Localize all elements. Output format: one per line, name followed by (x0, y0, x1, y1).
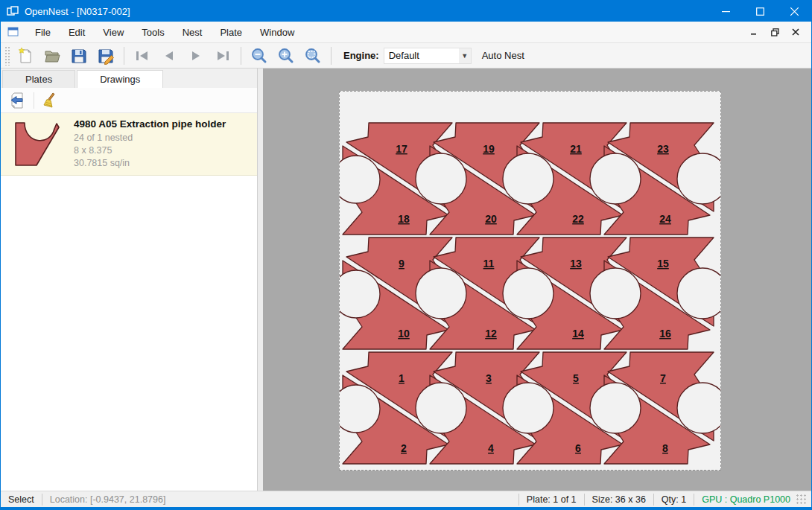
toolbar-separator (331, 47, 332, 65)
toolbar-separator (241, 47, 241, 65)
part-number: 17 (396, 143, 407, 155)
status-separator (518, 494, 519, 506)
status-location: Location: [-0.9437, 21.8796] (50, 494, 166, 505)
part-cutout (677, 153, 721, 204)
maximize-button[interactable] (743, 1, 777, 22)
part-number: 16 (659, 328, 671, 340)
save-button[interactable] (66, 45, 92, 67)
engine-select[interactable]: Default ▼ (384, 48, 472, 64)
drawing-nested-count: 24 of 1 nested (74, 132, 226, 144)
nest-svg: 171921231820222491113151012141613572468 (340, 92, 721, 471)
save-as-button[interactable] (92, 45, 119, 67)
panel-tabs: Plates Drawings (1, 68, 257, 88)
part-number: 3 (486, 372, 492, 384)
main-toolbar: Engine: Default ▼ Auto Nest (1, 43, 811, 68)
new-document-icon (16, 47, 34, 65)
go-next-icon (187, 47, 205, 65)
close-button[interactable] (777, 1, 811, 22)
part-number: 13 (570, 258, 582, 270)
mdi-minimize-icon[interactable] (746, 25, 762, 39)
app-window: OpenNest - [N0317-002] File Edit View To… (0, 0, 812, 510)
part-number: 10 (398, 328, 410, 340)
part-number: 18 (398, 213, 410, 225)
menu-tools[interactable]: Tools (133, 22, 173, 42)
plate[interactable]: 171921231820222491113151012141613572468 (339, 91, 721, 471)
status-separator (653, 494, 654, 506)
app-icon (7, 5, 19, 17)
nest-canvas[interactable]: 171921231820222491113151012141613572468 (263, 68, 811, 492)
go-previous-icon (160, 47, 178, 65)
part-number: 19 (483, 143, 495, 155)
go-last-button[interactable] (209, 45, 236, 67)
drawing-list-item[interactable]: 4980 A05 Extraction pipe holder 24 of 1 … (1, 113, 257, 176)
auto-nest-button[interactable]: Auto Nest (482, 50, 524, 61)
status-separator (42, 494, 42, 506)
import-drawing-icon (9, 92, 27, 109)
part-number: 6 (575, 442, 581, 454)
minimize-button[interactable] (708, 1, 743, 22)
status-separator (584, 494, 585, 506)
go-first-icon (133, 47, 151, 65)
part-number: 23 (657, 143, 669, 155)
open-file-icon (43, 47, 61, 65)
part-number: 15 (657, 258, 669, 270)
go-previous-button[interactable] (156, 45, 183, 67)
zoom-in-icon (277, 47, 295, 65)
resize-grip[interactable] (796, 494, 807, 505)
status-qty: Qty: 1 (662, 494, 686, 505)
zoom-in-button[interactable] (273, 45, 299, 67)
menu-window[interactable]: Window (251, 22, 303, 42)
mdi-close-icon[interactable] (787, 25, 804, 39)
zoom-extents-button[interactable] (299, 45, 326, 67)
menu-bar: File Edit View Tools Nest Plate Window (1, 22, 811, 43)
status-gpu: GPU : Quadro P1000 (702, 494, 790, 505)
part-cutout (590, 383, 641, 433)
engine-label: Engine: (343, 50, 379, 61)
menu-edit[interactable]: Edit (60, 22, 94, 42)
panel-splitter[interactable] (258, 68, 263, 492)
window-title: OpenNest - [N0317-002] (25, 6, 708, 17)
status-mode: Select (8, 494, 34, 505)
part-cutout (503, 268, 554, 319)
part-number: 20 (485, 213, 497, 225)
new-document-button[interactable] (12, 45, 39, 67)
menu-view[interactable]: View (94, 22, 133, 42)
mdi-restore-icon[interactable] (767, 25, 783, 39)
drawing-title: 4980 A05 Extraction pipe holder (74, 118, 226, 130)
part-shape-icon (9, 120, 63, 169)
part-number: 11 (483, 258, 495, 270)
open-file-button[interactable] (39, 45, 66, 67)
part-cutout (590, 268, 641, 319)
part-number: 7 (660, 372, 666, 384)
clean-drawings-button[interactable] (37, 89, 63, 112)
part-cutout (677, 383, 721, 433)
import-drawing-button[interactable] (5, 89, 31, 112)
go-next-button[interactable] (183, 45, 209, 67)
drawing-area: 30.7815 sq/in (74, 157, 226, 170)
menu-nest[interactable]: Nest (174, 22, 212, 42)
part-cutout (677, 268, 721, 319)
part-number: 22 (572, 213, 584, 225)
zoom-extents-icon (304, 47, 322, 65)
part-number: 1 (399, 372, 405, 384)
go-last-icon (214, 47, 232, 65)
chevron-down-icon: ▼ (459, 48, 471, 63)
main-area: Plates Drawings (1, 68, 811, 492)
save-icon (70, 47, 88, 65)
tab-plates[interactable]: Plates (2, 70, 75, 88)
menu-file[interactable]: File (26, 22, 60, 42)
save-as-icon (97, 47, 115, 65)
part-cutout (503, 153, 554, 204)
zoom-out-button[interactable] (246, 45, 273, 67)
part-cutout (590, 153, 641, 204)
go-first-button[interactable] (129, 45, 156, 67)
part-cutout (416, 153, 466, 204)
menu-plate[interactable]: Plate (211, 22, 251, 42)
part-number: 24 (659, 213, 671, 225)
engine-value: Default (389, 50, 419, 61)
part-number: 8 (662, 442, 668, 454)
tab-drawings[interactable]: Drawings (77, 70, 163, 88)
part-cutout (503, 383, 554, 433)
broom-icon (41, 92, 59, 109)
left-panel: Plates Drawings (1, 68, 258, 492)
